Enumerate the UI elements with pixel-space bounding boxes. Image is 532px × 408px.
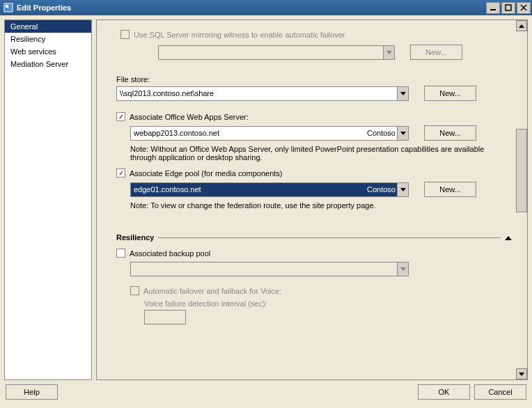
chevron-down-icon[interactable] — [397, 182, 409, 197]
sidebar-label: Web services — [10, 47, 56, 56]
resiliency-heading: Resiliency — [116, 233, 154, 242]
sidebar: General Resiliency Web services Mediatio… — [4, 19, 92, 380]
svg-marker-6 — [386, 51, 392, 54]
auto-failover-checkbox — [130, 286, 139, 295]
auto-failover-label: Automatic failover and failback for Voic… — [143, 287, 281, 295]
chevron-down-icon — [397, 262, 409, 276]
mirroring-label: Use SQL Server mirroring witness to enab… — [134, 31, 345, 39]
filestore-new-button[interactable]: New... — [424, 86, 476, 101]
sidebar-item-general[interactable]: General — [5, 20, 91, 33]
filestore-input[interactable] — [116, 86, 397, 101]
ok-button[interactable]: OK — [418, 384, 470, 400]
edge-note: Note: To view or change the federation r… — [130, 201, 512, 210]
main-panel: Use SQL Server mirroring witness to enab… — [96, 19, 528, 380]
svg-marker-7 — [400, 92, 406, 95]
svg-marker-8 — [400, 132, 406, 135]
mirroring-input — [158, 45, 383, 60]
backup-label: Associated backup pool — [130, 249, 210, 258]
cancel-button[interactable]: Cancel — [474, 384, 526, 400]
sidebar-label: General — [10, 22, 38, 31]
scroll-down-button[interactable] — [516, 368, 527, 379]
edge-label: Associate Edge pool (for media component… — [130, 169, 283, 178]
mirroring-combo — [158, 45, 395, 60]
svg-marker-10 — [505, 236, 512, 240]
edge-input[interactable] — [130, 182, 367, 197]
sidebar-label: Mediation Server — [10, 60, 68, 68]
svg-marker-13 — [519, 372, 524, 376]
sidebar-label: Resiliency — [10, 35, 45, 43]
mirroring-new-button: New... — [410, 45, 462, 60]
owa-note: Note: Without an Office Web Apps Server,… — [130, 145, 512, 162]
divider — [158, 237, 501, 238]
scroll-up-button[interactable] — [516, 20, 527, 31]
app-icon — [3, 2, 14, 13]
chevron-down-icon — [383, 45, 395, 60]
backup-combo — [130, 262, 409, 276]
scroll-thumb[interactable] — [516, 129, 527, 212]
backup-input — [130, 262, 397, 276]
owa-label: Associate Office Web Apps Server: — [130, 113, 249, 121]
svg-rect-1 — [6, 5, 8, 8]
help-button[interactable]: Help — [6, 384, 58, 400]
scroll-track[interactable] — [516, 31, 527, 368]
owa-combo[interactable]: Contoso — [130, 126, 409, 141]
edge-combo[interactable]: Contoso — [130, 182, 409, 197]
edge-checkbox[interactable] — [116, 168, 125, 178]
edge-new-button[interactable]: New... — [424, 182, 476, 197]
minimize-button[interactable] — [486, 2, 500, 14]
close-button[interactable] — [517, 2, 531, 14]
chevron-down-icon[interactable] — [397, 86, 409, 101]
svg-marker-12 — [519, 24, 524, 28]
titlebar: Edit Properties — [0, 0, 532, 15]
filestore-combo[interactable] — [116, 86, 409, 101]
voice-interval-label: Voice failure detection interval (sec): — [144, 299, 512, 308]
owa-suffix: Contoso — [367, 126, 397, 141]
chevron-down-icon[interactable] — [397, 126, 409, 141]
sidebar-item-resiliency[interactable]: Resiliency — [5, 33, 91, 45]
vertical-scrollbar[interactable] — [516, 20, 527, 379]
owa-new-button[interactable]: New... — [424, 125, 476, 141]
window-title: Edit Properties — [17, 3, 486, 12]
filestore-label: File store: — [116, 75, 512, 84]
svg-marker-11 — [400, 267, 406, 271]
sidebar-item-mediation[interactable]: Mediation Server — [5, 58, 91, 70]
mirroring-checkbox — [120, 30, 130, 39]
edge-suffix: Contoso — [367, 182, 397, 197]
svg-rect-3 — [506, 5, 511, 10]
backup-checkbox[interactable] — [116, 249, 125, 258]
sidebar-item-webservices[interactable]: Web services — [5, 45, 91, 58]
svg-marker-9 — [400, 188, 406, 191]
owa-checkbox[interactable] — [116, 112, 125, 121]
owa-input[interactable] — [130, 126, 367, 141]
collapse-icon[interactable] — [505, 233, 512, 242]
maximize-button[interactable] — [501, 2, 515, 14]
voice-interval-input — [144, 310, 186, 324]
